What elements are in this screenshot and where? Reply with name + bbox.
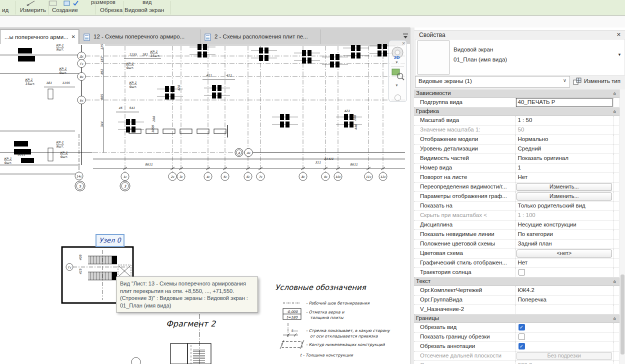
node-title-selected[interactable]: Узел 0 [96,234,124,247]
svg-text:12с: 12с [380,175,386,178]
ribbon-panel-viewport[interactable]: Видовой экран [124,7,164,13]
property-value[interactable]: Задний план [515,240,614,248]
section-label: Текст [416,278,430,285]
svg-text:14с: 14с [76,174,82,178]
collapse-chevron-icon[interactable]: « [610,92,618,95]
fragment-title: Фрагмент 2 [166,319,216,328]
property-value[interactable]: Поперечка [515,296,614,304]
property-row: Переопределения видимости/г...Изменить..… [414,182,620,192]
property-button[interactable]: <нет> [516,250,612,258]
svg-text:Вс: Вс [80,75,84,78]
property-value[interactable]: ✓ [515,323,614,332]
property-row: Смещение дальнего предела се...600,0 [414,361,620,364]
property-value[interactable]: ✓ [515,342,614,351]
element-filter-combo[interactable]: Видовые экраны (1) ∨ [415,76,570,88]
property-value[interactable]: Только родительский вид [515,202,614,210]
property-checkbox[interactable] [518,334,525,340]
navbar-dropdown-icon[interactable]: ▼ [395,60,398,64]
property-value[interactable]: Без подрезки [515,352,614,360]
property-value[interactable]: Изменить... [515,182,614,192]
property-value[interactable]: Нет [515,258,614,268]
view-tab-label: ...ы поперечного арми... [4,34,70,40]
property-value[interactable]: Нет [515,173,614,182]
svg-text:9шт.: 9шт. [59,71,67,75]
navbar-dropdown-icon[interactable]: ▼ [395,84,398,87]
property-section-header[interactable]: Зависимости« [414,90,620,98]
property-edit-field[interactable]: 40_ПЕЧАТЬ Р [516,98,613,107]
property-value[interactable]: Изменить... [515,192,614,201]
property-row: Цветовая схема<нет> [414,249,620,258]
property-value[interactable]: 50 [515,126,614,134]
property-checkbox[interactable]: ✓ [518,343,525,350]
properties-header[interactable]: Свойства ✕ [414,30,625,39]
create-group-icons[interactable] [49,0,80,6]
svg-text:1с: 1с [123,175,127,178]
property-value[interactable]: Средний [515,144,614,154]
edit-type-button[interactable]: Изменить тип [572,76,624,87]
properties-close-icon[interactable]: ✕ [616,32,621,38]
property-section-header[interactable]: Графика« [414,108,620,116]
svg-text:- Контур нижележащих конструкц: - Контур нижележащих конструкций [306,342,385,347]
edit-type-icon [573,77,582,86]
measure-icon[interactable] [26,0,36,6]
type-selector-dropdown-icon[interactable]: ▼ [618,52,622,57]
property-value[interactable] [515,305,614,314]
steering-wheel-icon[interactable]: 2D [390,46,405,60]
collapse-chevron-icon[interactable]: « [610,317,618,320]
svg-text:200: 200 [152,116,156,122]
property-button[interactable]: Изменить... [516,183,612,191]
view-tab-active[interactable]: ...ы поперечного арми... ✕ [0,30,79,45]
svg-text:167: 167 [100,56,104,62]
property-value[interactable] [515,268,614,277]
collapse-chevron-icon[interactable]: « [610,110,618,113]
svg-text:181: 181 [142,52,148,56]
zoom-region-icon[interactable] [391,68,405,81]
svg-text:- Отметка верха и: - Отметка верха и [306,310,344,314]
view-tab[interactable]: 12 - Схемы поперечного армиро... [79,30,201,44]
svg-text:420: 420 [177,84,180,91]
property-value[interactable]: Показать оригинал [515,154,614,163]
property-value[interactable]: Несущие конструкции [515,220,614,230]
navigation-bar[interactable]: ✕ 2D ▼ ▼ [388,40,407,102]
property-value[interactable]: <нет> [515,249,614,258]
drawing-canvas[interactable]: КР-19шт.КР-19шт.КР-115шт.КР-19шт.КР-19шт… [0,44,410,364]
property-value[interactable]: 1 [515,164,614,172]
property-value[interactable]: КЖ4.2 [515,286,614,295]
property-value[interactable]: 40_ПЕЧАТЬ Р [515,98,614,107]
property-checkbox[interactable] [518,269,525,276]
property-label: Поворот на листе [414,173,515,182]
ribbon-panel-create[interactable]: Создание [52,7,78,13]
svg-text:15шт.: 15шт. [150,54,160,58]
property-row: ДисциплинаНесущие конструкции [414,220,620,230]
property-label: Траектория солнца [414,268,515,277]
svg-text:Ас: Ас [246,151,250,154]
property-value[interactable]: 1 : 100 [515,211,614,220]
property-value[interactable]: По категории [515,230,614,239]
collapse-chevron-icon[interactable]: « [610,280,618,283]
svg-text:Дс: Дс [80,54,84,58]
tab-close-icon[interactable]: ✕ [72,34,76,40]
scrollbar-thumb[interactable] [620,274,624,354]
property-value[interactable]: 600,0 [515,361,614,364]
view-tab[interactable]: 2 - Схемы расположения плит пе... [200,30,321,44]
property-checkbox[interactable]: ✓ [518,324,525,330]
property-row: Подгруппа вида40_ПЕЧАТЬ Р [414,98,620,108]
property-row: Орг.ГруппаВидаПоперечка [414,296,620,305]
properties-scrollbar[interactable] [620,90,625,364]
divider [391,66,404,67]
filter-combo-value: Видовые экраны (1) [418,78,472,84]
property-value[interactable] [515,332,614,342]
navbar-more-icon[interactable] [394,94,401,101]
property-section-header[interactable]: Текст« [414,278,620,286]
property-value[interactable]: Нормально [515,135,614,144]
section-label: Графика [416,108,439,115]
svg-text:9шт.: 9шт. [126,66,134,70]
tab-list-dropdown-icon[interactable] [402,33,409,39]
property-value[interactable]: 1 : 50 [515,116,614,125]
revit-window: размеров вид ид Измерить Создание Обрезк… [0,0,625,364]
type-selector[interactable]: Видовой экран 01_План (имя вида) ▼ [415,39,625,76]
ribbon-panel-crop[interactable]: Обрезка [100,7,122,13]
property-button[interactable]: Изменить... [516,192,612,200]
property-section-header[interactable]: Границы« [414,314,620,323]
ribbon-panel-measure[interactable]: Измерить [20,7,46,13]
